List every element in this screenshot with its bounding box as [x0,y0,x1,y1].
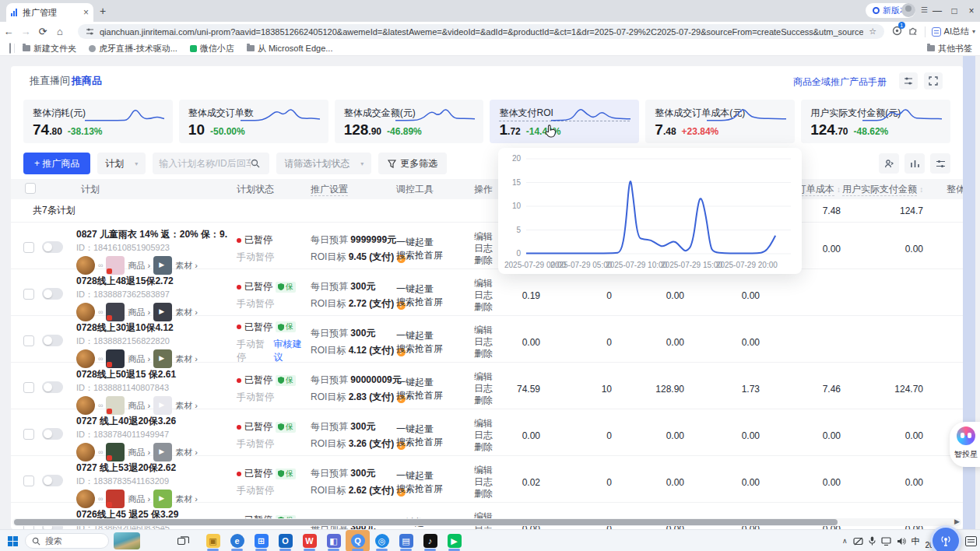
delete-link[interactable]: 删除 [474,441,507,453]
col-settings[interactable]: 推广设置 [311,184,348,196]
plan-toggle[interactable] [42,288,63,300]
column-settings-icon[interactable] [930,153,950,174]
material-thumbnail[interactable]: ▶ [153,349,172,368]
stat-card-2[interactable]: 整体成交金额(元)128.90-46.89% [335,100,484,143]
edit-link[interactable]: 编辑 [474,418,507,430]
plan-toggle[interactable] [42,335,63,346]
plan-toggle[interactable] [42,381,63,393]
tray-chevron-up-icon[interactable]: ∧ [842,537,848,545]
plan-search-box[interactable] [153,153,269,174]
one-key-boost-link[interactable]: 一键起量 [396,376,469,389]
one-key-boost-link[interactable]: 一键起量 [396,423,469,436]
search-top-screen-link[interactable]: 搜索抢首屏 [396,296,469,309]
one-key-boost-link[interactable]: 一键起量 [396,236,469,249]
reload-icon[interactable]: ⟳ [34,26,51,37]
col-user-paid[interactable]: 用户实际支付金额 ↕ [842,183,925,196]
delete-link[interactable]: 删除 [474,301,507,313]
delete-link[interactable]: 删除 [474,348,507,360]
browser-tab[interactable]: 推广管理 × [6,3,93,22]
taskbar-app-edge[interactable]: e [225,530,249,551]
taskbar-app-browser[interactable]: ◎ [370,530,394,551]
log-link[interactable]: 日志 [474,336,507,348]
log-link[interactable]: 日志 [474,383,507,395]
material-thumbnail[interactable]: ▶ [153,303,172,321]
plan-type-select[interactable]: 计划▾ [97,153,146,174]
bookmark-star-icon[interactable]: ☆ [869,26,876,37]
ime-indicator[interactable]: 中 [912,535,920,547]
plan-search-input[interactable] [159,158,251,169]
taskbar-app-app-blue[interactable]: ◧ [321,530,346,551]
edit-link[interactable]: 编辑 [474,278,507,290]
one-key-boost-link[interactable]: 一键起量 [396,283,469,296]
search-top-screen-link[interactable]: 搜索抢首屏 [396,342,469,356]
horizontal-scrollbar[interactable]: ▶ [12,518,961,526]
row-checkbox[interactable] [23,242,34,253]
volume-icon[interactable] [897,537,906,546]
plan-status-select[interactable]: 请筛选计划状态▾ [276,153,371,174]
bookmark-new-folder[interactable]: 新建文件夹 [23,43,76,54]
notification-center-icon[interactable] [965,536,977,546]
stat-card-1[interactable]: 整体成交订单数10-50.00% [179,100,328,143]
bookmark-weixin-store[interactable]: 微信小店 [190,43,234,54]
stat-card-0[interactable]: 整体消耗(元)74.80-38.13% [23,100,173,143]
other-bookmarks[interactable]: 其他书签 [927,43,972,54]
material-thumbnail[interactable]: ▶ [153,256,172,275]
product-thumbnail[interactable] [106,396,125,415]
extensions-icon[interactable] [908,25,919,39]
settings-sliders-icon[interactable] [899,72,918,89]
row-checkbox[interactable] [23,335,34,346]
taskbar-app-app-tool[interactable]: ▤ [394,530,418,551]
product-thumbnail[interactable] [106,303,125,321]
taskbar-app-douyin[interactable]: ♪ [418,530,442,551]
tab-close-icon[interactable]: × [83,7,89,18]
search-top-screen-link[interactable]: 搜索抢首屏 [396,436,469,449]
plan-toggle[interactable] [42,428,63,440]
microphone-icon[interactable] [869,536,876,546]
plan-name[interactable]: 0827 儿童雨衣 14% 返：20% 保：9.92 [76,228,227,241]
touchpad-off-icon[interactable] [853,537,863,546]
window-close-button[interactable]: × [963,0,980,22]
browser-profile-avatar[interactable] [901,3,915,17]
log-link[interactable]: 日志 [474,290,507,301]
material-thumbnail[interactable]: ▶ [153,443,172,462]
window-maximize-button[interactable]: □ [946,0,963,22]
promote-product-button[interactable]: + 推广商品 [23,153,90,174]
taskbar-app-file-explorer[interactable]: ▣ [201,530,225,551]
stat-card-3[interactable]: 整体支付ROI1.72-14.43% [490,100,639,143]
start-button[interactable] [8,536,18,546]
taskbar-app-outlook[interactable]: O [273,530,297,551]
column-chart-icon[interactable] [904,153,925,174]
tab-live-room[interactable]: 推直播间 [30,74,70,88]
assistant-widget[interactable]: 智投星 [950,422,980,467]
more-filter-button[interactable]: 更多筛选 [378,153,447,174]
log-link[interactable]: 日志 [474,430,507,441]
row-checkbox[interactable] [23,382,34,393]
scroll-right-arrow-icon[interactable]: ▶ [954,518,960,525]
window-minimize-button[interactable]: — [929,0,946,22]
tab-products[interactable]: 推商品 [72,74,102,88]
row-checkbox[interactable] [23,429,34,440]
plan-name[interactable]: 0728线上48退15保2.72 [76,275,227,288]
sort-icon[interactable]: ↕ [919,185,923,194]
one-key-boost-link[interactable]: 一键起量 [396,329,469,342]
material-thumbnail[interactable]: ▶ [153,396,172,415]
col-overall[interactable]: 整体 [925,183,963,196]
extension-badge-icon[interactable]: 1 [892,25,902,39]
fullscreen-icon[interactable] [924,72,943,89]
row-checkbox[interactable] [23,476,34,486]
taskbar-app-qianchuan[interactable]: Q [346,530,370,551]
task-view-icon[interactable] [177,535,189,549]
home-icon[interactable]: ⌂ [51,26,68,37]
plan-name[interactable]: 0727 线上40退20保3.26 [76,415,227,428]
url-field[interactable]: qianchuan.jinritemai.com/uni-prom?aavid=… [78,24,884,39]
select-all-checkbox[interactable] [25,183,36,194]
col-status[interactable]: 计划状态 [232,183,306,196]
side-panel-icon[interactable] [9,44,11,53]
taskbar-search-box[interactable]: 搜索 [25,533,109,549]
edit-link[interactable]: 编辑 [474,325,507,336]
product-thumbnail[interactable] [106,443,125,462]
bookmark-edge-import[interactable]: 从 Microsoft Edge... [247,43,333,54]
row-checkbox[interactable] [23,289,34,300]
review-suggestion-link[interactable]: 审核建议 [274,338,307,364]
taskbar-app-microsoft-store[interactable]: ⊞ [249,530,273,551]
